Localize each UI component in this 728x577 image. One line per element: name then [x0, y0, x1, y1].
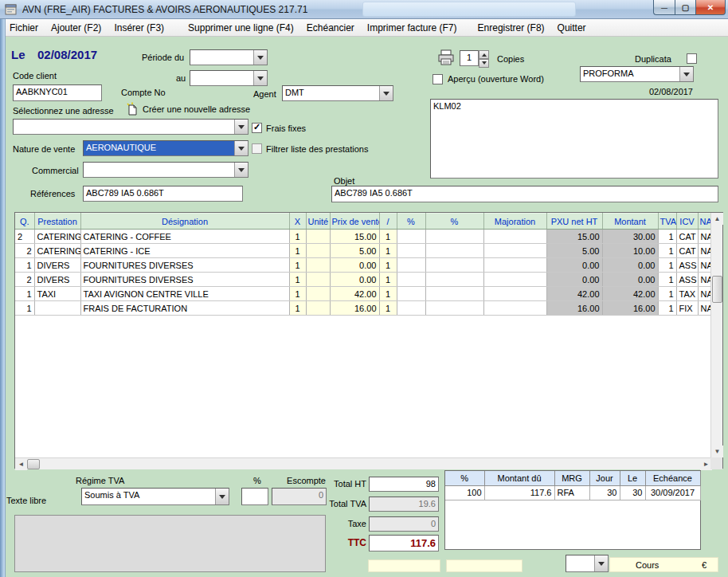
- cell-prix[interactable]: 42.00: [330, 287, 379, 301]
- cell-majoration[interactable]: [483, 273, 546, 287]
- cell-slash[interactable]: 1: [379, 258, 397, 273]
- notes-textarea[interactable]: KLM02: [430, 99, 718, 179]
- cell-pxu[interactable]: 5.00: [546, 244, 602, 258]
- grid-vertical-scrollbar[interactable]: ▲ ▼: [710, 213, 722, 457]
- cell-tva[interactable]: 1: [658, 244, 676, 258]
- cell-montant[interactable]: 42.00: [602, 287, 658, 301]
- cell-pct2[interactable]: [425, 273, 483, 287]
- menu-item-inserer[interactable]: Insérer (F3): [108, 21, 170, 35]
- horizontal-scroll-thumb[interactable]: [27, 459, 40, 469]
- commercial-combo[interactable]: [83, 162, 249, 178]
- chevron-down-icon[interactable]: [234, 120, 248, 134]
- cell-prix[interactable]: 5.00: [330, 244, 379, 258]
- ech-cell-jour[interactable]: 30: [589, 485, 620, 500]
- cell-prestation[interactable]: DIVERS: [34, 273, 80, 287]
- regime-tva-combo[interactable]: Soumis à TVA: [81, 488, 229, 505]
- cell-q[interactable]: 1: [15, 301, 34, 316]
- cell-slash[interactable]: 1: [379, 230, 397, 244]
- au-combo[interactable]: [190, 70, 268, 86]
- cell-montant[interactable]: 30.00: [602, 230, 658, 244]
- cell-pxu[interactable]: 0.00: [546, 258, 602, 273]
- cell-slash[interactable]: 1: [379, 287, 397, 301]
- cell-icv[interactable]: ASS: [676, 258, 698, 273]
- cell-tva[interactable]: 1: [658, 258, 676, 273]
- cell-prestation[interactable]: CATERING -: [34, 230, 80, 244]
- grid-horizontal-scrollbar[interactable]: ◄ ►: [15, 457, 712, 469]
- window-titlebar[interactable]: AVN (FRE_AIR) FACTURES & AVOIRS AERONAUT…: [0, 0, 728, 19]
- cell-prix[interactable]: 15.00: [330, 230, 379, 244]
- objet-input[interactable]: ABC789 IA5 0.686T: [331, 186, 718, 202]
- cell-montant[interactable]: 16.00: [602, 301, 658, 316]
- scroll-left-icon[interactable]: ◄: [15, 458, 27, 470]
- cell-pxu[interactable]: 0.00: [546, 273, 602, 287]
- menu-item-enregistrer[interactable]: Enregistrer (F8): [472, 21, 551, 35]
- menu-item-supprimer-ligne[interactable]: Supprimer une ligne (F4): [182, 21, 300, 35]
- cell-unite[interactable]: [306, 301, 330, 316]
- cell-pct2[interactable]: [425, 230, 483, 244]
- nature-vente-combo[interactable]: AERONAUTIQUE: [83, 140, 249, 156]
- cell-designation[interactable]: TAXI AVIGNON CENTRE VILLE: [80, 287, 289, 301]
- devise-combo[interactable]: [566, 555, 609, 572]
- adresse-combo[interactable]: [13, 119, 249, 135]
- ttc-input[interactable]: 117.6: [369, 535, 439, 551]
- cell-prestation[interactable]: CATERING -: [34, 244, 80, 258]
- ech-cell-echeance[interactable]: 30/09/2017: [645, 485, 700, 500]
- chevron-down-icon[interactable]: [253, 50, 267, 65]
- cell-prix[interactable]: 0.00: [330, 273, 379, 287]
- cell-slash[interactable]: 1: [379, 273, 397, 287]
- cell-pct2[interactable]: [425, 258, 483, 273]
- cell-slash[interactable]: 1: [379, 301, 397, 316]
- printer-icon[interactable]: [437, 49, 455, 65]
- cell-q[interactable]: 2: [15, 244, 34, 258]
- cell-pct1[interactable]: [397, 273, 425, 287]
- cell-majoration[interactable]: [483, 301, 546, 316]
- cell-pxu[interactable]: 15.00: [546, 230, 602, 244]
- ech-cell-montant-du[interactable]: 117.6: [484, 485, 554, 500]
- nouvelle-adresse-button[interactable]: Créer une nouvelle adresse: [126, 102, 250, 116]
- cell-x[interactable]: 1: [289, 287, 306, 301]
- agent-combo[interactable]: DMT: [282, 85, 393, 101]
- vertical-scroll-thumb[interactable]: [712, 276, 722, 303]
- spinner-down-icon[interactable]: [479, 59, 489, 68]
- cell-majoration[interactable]: [483, 244, 546, 258]
- cell-designation[interactable]: CATERING - COFFEE: [80, 230, 289, 244]
- copies-input[interactable]: 1: [460, 50, 479, 66]
- cell-x[interactable]: 1: [289, 244, 306, 258]
- menu-item-echeancier[interactable]: Echéancier: [300, 21, 361, 35]
- apercu-checkbox[interactable]: [432, 74, 443, 84]
- maximize-button[interactable]: [675, 0, 695, 15]
- cell-q[interactable]: 1: [15, 258, 34, 273]
- cell-slash[interactable]: 1: [379, 244, 397, 258]
- cell-unite[interactable]: [306, 244, 330, 258]
- cell-designation[interactable]: FOURNITURES DIVERSES: [80, 273, 289, 287]
- menu-item-fichier[interactable]: Fichier: [3, 21, 45, 35]
- cell-icv[interactable]: CAT: [676, 230, 698, 244]
- duplicata-checkbox[interactable]: [687, 53, 697, 64]
- scroll-down-icon[interactable]: ▼: [711, 446, 723, 457]
- chevron-down-icon[interactable]: [594, 555, 608, 571]
- ech-cell-pct[interactable]: 100: [445, 485, 484, 500]
- escompte-pct-input[interactable]: [241, 488, 268, 505]
- periode-du-combo[interactable]: [190, 49, 268, 65]
- cell-designation[interactable]: CATERING - ICE: [80, 244, 289, 258]
- cell-x[interactable]: 1: [289, 258, 306, 273]
- cell-icv[interactable]: FIX: [676, 301, 698, 316]
- code-client-input[interactable]: AABKNYC01: [13, 84, 102, 101]
- menu-item-ajouter[interactable]: Ajouter (F2): [45, 21, 108, 35]
- chevron-down-icon[interactable]: [234, 141, 248, 155]
- references-input[interactable]: ABC789 IA5 0.686T: [83, 186, 243, 202]
- cell-designation[interactable]: FRAIS DE FACTURATION: [80, 301, 289, 316]
- cell-icv[interactable]: CAT: [676, 244, 698, 258]
- cell-pct2[interactable]: [425, 287, 483, 301]
- cell-prestation[interactable]: TAXI: [34, 287, 80, 301]
- chevron-down-icon[interactable]: [379, 86, 393, 100]
- cell-x[interactable]: 1: [289, 301, 306, 316]
- cell-q[interactable]: 2: [15, 230, 34, 244]
- cell-montant[interactable]: 0.00: [602, 273, 658, 287]
- cell-designation[interactable]: FOURNITURES DIVERSES: [80, 258, 289, 273]
- cell-montant[interactable]: 10.00: [602, 244, 658, 258]
- cell-tva[interactable]: 1: [658, 287, 676, 301]
- cell-pct1[interactable]: [397, 244, 425, 258]
- chevron-down-icon[interactable]: [234, 163, 248, 177]
- spinner-up-icon[interactable]: [479, 50, 489, 59]
